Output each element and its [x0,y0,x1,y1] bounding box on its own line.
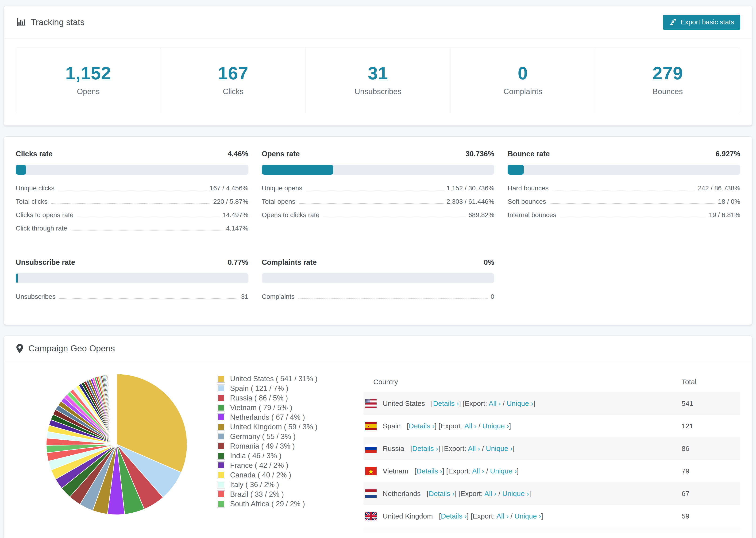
dotted-leader [323,217,465,217]
export-unique-link-gb[interactable]: Unique › [514,512,541,520]
legend-item-russia[interactable]: Russia ( 86 / 5% ) [217,393,345,403]
rate-detail-label: Hard bounces [508,185,549,192]
country-cell: Vietnam [Details ›] [Export: All › / Uni… [363,467,681,475]
table-row-es: Spain [Details ›] [Export: All › / Uniqu… [363,415,740,437]
legend-swatch [217,375,225,383]
rate-detail-value: 689.82% [468,211,495,219]
export-unique-link-de[interactable]: Unique › [493,535,520,538]
rate-head: Unsubscribe rate0.77% [16,258,248,267]
legend-item-brazil[interactable]: Brazil ( 33 / 2% ) [217,489,345,499]
summary-tile-label: Unsubscribes [306,87,450,96]
export-basic-stats-button[interactable]: Export basic stats [663,15,740,30]
rates-card: Clicks rate4.46%Unique clicks167 / 4.456… [4,136,752,325]
rate-head: Bounce rate6.927% [508,150,740,158]
geo-table: Country Total United States [Details ›] … [363,372,740,538]
rate-block: Complaints rate0%Complaints0 [262,258,495,306]
rate-head: Clicks rate4.46% [16,150,248,158]
rate-title: Bounce rate [508,150,550,158]
export-unique-link-ru[interactable]: Unique › [486,445,513,452]
legend-item-india[interactable]: India ( 46 / 3% ) [217,451,345,460]
summary-tile: 279Bounces [595,47,740,113]
legend-label: Russia ( 86 / 5% ) [230,394,288,402]
dotted-leader [298,298,488,299]
legend-item-vietnam[interactable]: Vietnam ( 79 / 5% ) [217,403,345,412]
geo-pie-chart[interactable] [44,372,189,538]
rate-detail-row: Opens to clicks rate689.82% [262,211,495,225]
rate-detail-row: Hard bounces242 / 86.738% [508,185,740,198]
legend-item-south-africa[interactable]: South Africa ( 29 / 2% ) [217,499,345,509]
export-all-link-es[interactable]: All › [464,422,477,430]
legend-item-romania[interactable]: Romania ( 49 / 3% ) [217,441,345,451]
legend-item-france[interactable]: France ( 42 / 2% ) [217,460,345,470]
country-name: Spain [383,422,401,430]
total-column-header: Total [681,378,740,386]
rates-grid: Clicks rate4.46%Unique clicks167 / 4.456… [16,150,740,306]
rate-detail-label: Internal bounces [508,211,556,219]
details-link-de[interactable]: Details › [420,535,446,538]
export-all-link-nl[interactable]: All › [484,490,497,497]
legend-label: France ( 42 / 2% ) [230,461,288,470]
legend-label: United Kingdom ( 59 / 3% ) [230,423,317,431]
details-link-us[interactable]: Details › [433,400,459,407]
legend-swatch [217,452,225,459]
legend-item-germany[interactable]: Germany ( 55 / 3% ) [217,432,345,441]
total-cell: 67 [681,490,740,498]
export-unique-link-nl[interactable]: Unique › [503,490,529,497]
country-cell: United Kingdom [Details ›] [Export: All … [363,512,681,520]
export-all-link-ru[interactable]: All › [468,445,480,452]
rate-detail-row: Complaints0 [262,293,495,306]
export-icon [669,18,677,26]
export-unique-link-vn[interactable]: Unique › [490,467,516,475]
export-all-link-de[interactable]: All › [475,535,488,538]
geo-header: Campaign Geo Opens [4,336,752,361]
export-unique-link-es[interactable]: Unique › [482,422,509,430]
legend-swatch [217,433,225,440]
export-all-link-vn[interactable]: All › [472,467,484,475]
legend-swatch [217,461,225,469]
export-all-link-us[interactable]: All › [489,400,501,407]
legend-swatch [217,394,225,402]
rate-title: Complaints rate [262,258,317,267]
flag-de-icon [365,534,377,538]
country-cell: Germany [Details ›] [Export: All › / Uni… [363,534,681,538]
rate-title: Clicks rate [16,150,53,158]
legend-item-netherlands[interactable]: Netherlands ( 67 / 4% ) [217,412,345,422]
legend-item-united-states[interactable]: United States ( 541 / 31% ) [217,374,345,384]
rate-value: 4.46% [228,150,248,158]
rate-detail-value: 2,303 / 61.446% [446,198,494,205]
legend-item-spain[interactable]: Spain ( 121 / 7% ) [217,384,345,393]
flag-vn-icon [365,467,377,475]
details-link-gb[interactable]: Details › [441,512,467,520]
legend-item-canada[interactable]: Canada ( 40 / 2% ) [217,470,345,480]
rate-head: Complaints rate0% [262,258,495,267]
rate-progress-track [508,165,740,175]
total-cell: 541 [681,400,740,407]
legend-item-united-kingdom[interactable]: United Kingdom ( 59 / 3% ) [217,422,345,432]
details-link-nl[interactable]: Details › [429,490,455,497]
table-row-nl: Netherlands [Details ›] [Export: All › /… [363,482,740,505]
summary-tile-value: 279 [595,63,740,83]
export-all-link-gb[interactable]: All › [497,512,509,520]
details-link-es[interactable]: Details › [409,422,435,430]
country-name: Russia [383,445,404,453]
details-link-vn[interactable]: Details › [416,467,442,475]
summary-tile: 1,152Opens [16,47,161,113]
rate-detail-label: Click through rate [16,225,67,232]
details-link-ru[interactable]: Details › [412,445,438,452]
country-name: Vietnam [383,467,408,475]
rate-detail-value: 14.497% [222,211,248,219]
rate-detail-row: Internal bounces19 / 6.81% [508,211,740,225]
rate-head: Opens rate30.736% [262,150,495,158]
country-cell: United States [Details ›] [Export: All ›… [363,399,681,408]
legend-item-italy[interactable]: Italy ( 36 / 2% ) [217,480,345,489]
rate-detail-label: Unique opens [262,185,302,192]
rate-detail-row: Unique clicks167 / 4.456% [16,185,248,198]
page-title: Tracking stats [31,17,84,27]
rate-progress-track [262,165,495,175]
dotted-leader [59,298,238,299]
country-links: [Details ›] [Export: All › / Unique ›] [410,445,514,453]
summary-tile-label: Bounces [595,87,740,96]
rate-block: Unsubscribe rate0.77%Unsubscribes31 [16,258,248,306]
export-unique-link-us[interactable]: Unique › [507,400,533,407]
legend-swatch [217,490,225,498]
